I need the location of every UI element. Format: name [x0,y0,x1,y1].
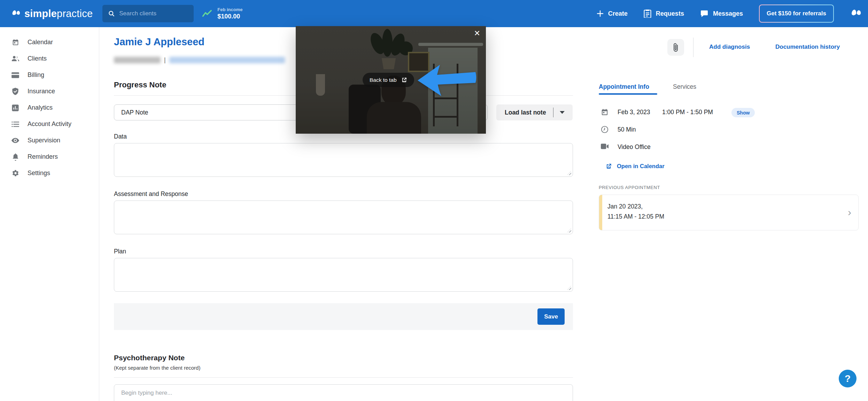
navbar-actions: Create Requests Messages Get [597,5,863,23]
client-name-link[interactable]: Jamie J Appleseed [114,36,204,48]
requests-button[interactable]: Requests [644,9,684,18]
open-in-calendar-link[interactable]: Open in Calendar [605,163,665,170]
brand-name: simplepractice [24,8,93,19]
brand-logo[interactable]: simplepractice [11,8,93,19]
data-field-label: Data [114,133,127,140]
status-stripe [599,195,602,230]
psychotherapy-note-input[interactable] [114,384,573,401]
butterfly-icon[interactable] [850,8,863,19]
settings-gear-icon [11,170,19,177]
help-button[interactable]: ? [839,370,857,387]
actions-divider [693,38,693,57]
appointment-duration: 50 Min [618,126,636,133]
plan-field-wrap [114,258,573,292]
progress-note-title: Progress Note [114,80,166,89]
messages-bubble-icon [700,9,708,18]
account-activity-list-icon [11,121,19,127]
sidebar-item-insurance[interactable]: Insurance [0,83,99,100]
assessment-field-wrap [114,200,573,234]
redacted-text-block [114,57,161,63]
external-link-icon [605,163,612,170]
back-to-tab-button[interactable]: Back to tab [363,73,414,87]
previous-appointment-date: Jan 20 2023, [607,202,664,212]
butterfly-logo-icon [11,9,22,18]
redacted-link-block [169,57,285,63]
data-textarea[interactable] [114,143,573,177]
top-navbar: simplepractice Feb income $100.00 Create [0,0,868,27]
psychotherapy-note-subtitle: (Kept separate from the client record) [114,365,200,371]
supervision-eye-icon [11,137,19,143]
income-label: Feb income [217,7,242,12]
documentation-history-link[interactable]: Documentation history [775,44,840,50]
load-last-note-button[interactable]: Load last note [496,104,573,120]
billing-card-icon [11,72,19,78]
attachment-button[interactable] [667,39,684,56]
paperclip-icon [673,43,678,52]
client-meta-redacted: | [114,56,285,64]
income-summary[interactable]: Feb income $100.00 [202,7,242,20]
sidebar-item-settings[interactable]: Settings [0,165,99,181]
plus-icon [597,10,604,17]
sidebar-item-account-activity[interactable]: Account Activity [0,116,99,132]
previous-appointment-heading: PREVIOUS APPOINTMENT [599,185,660,190]
calendar-icon [11,39,19,46]
left-sidebar: Calendar Clients Billing Insurance Analy… [0,27,99,401]
clients-icon [11,55,19,62]
tab-appointment-info[interactable]: Appointment Info [599,83,649,91]
video-camera-icon [601,143,609,149]
caret-down-icon [560,111,565,114]
chevron-right-icon: › [848,206,851,218]
psychotherapy-note-title: Psychotherapy Note [114,354,185,362]
sidebar-item-analytics[interactable]: Analytics [0,100,99,116]
plan-field-label: Plan [114,248,126,255]
sidebar-item-clients[interactable]: Clients [0,50,99,67]
appointment-date: Feb 3, 2023 [618,109,650,116]
sidebar-item-calendar[interactable]: Calendar [0,34,99,50]
close-icon[interactable]: ✕ [474,30,480,37]
trend-up-icon [202,9,212,18]
insurance-shield-icon [11,88,19,95]
assessment-field-label: Assessment and Response [114,190,188,198]
save-button[interactable]: Save [537,308,565,325]
previous-appointment-card[interactable]: Jan 20 2023, 11:15 AM - 12:05 PM › [599,195,859,230]
save-footer-bar: Save [114,303,573,330]
data-field-wrap [114,143,573,177]
calendar-small-icon [601,108,609,116]
referral-button[interactable]: Get $150 for referrals [759,5,834,23]
back-to-tab-external-icon [401,77,407,83]
sidebar-item-supervision[interactable]: Supervision [0,132,99,149]
show-badge[interactable]: Show [731,108,755,117]
clock-icon [601,126,609,133]
tab-services[interactable]: Services [673,83,696,91]
appointment-location: Video Office [618,143,651,151]
arrow-annotation [417,64,477,97]
income-value: $100.00 [217,13,242,20]
previous-appointment-time: 11:15 AM - 12:05 PM [607,212,664,222]
add-diagnosis-link[interactable]: Add diagnosis [709,44,750,50]
plan-textarea[interactable] [114,258,573,292]
appointment-time: 1:00 PM - 1:50 PM [662,109,713,116]
section-divider [114,377,573,378]
sidebar-item-billing[interactable]: Billing [0,67,99,83]
active-tab-underline [599,93,657,95]
sidebar-item-reminders[interactable]: Reminders [0,149,99,165]
analytics-chart-icon [11,104,19,111]
assessment-textarea[interactable] [114,200,573,234]
question-mark-icon: ? [845,373,851,384]
client-search[interactable] [102,5,194,22]
video-pip-window[interactable]: ✕ Back to tab [296,26,486,134]
reminders-bell-icon [11,153,19,161]
search-input[interactable] [119,10,196,17]
create-button[interactable]: Create [597,10,628,17]
messages-button[interactable]: Messages [700,9,743,18]
search-icon [108,10,115,17]
requests-clipboard-icon [644,9,651,18]
